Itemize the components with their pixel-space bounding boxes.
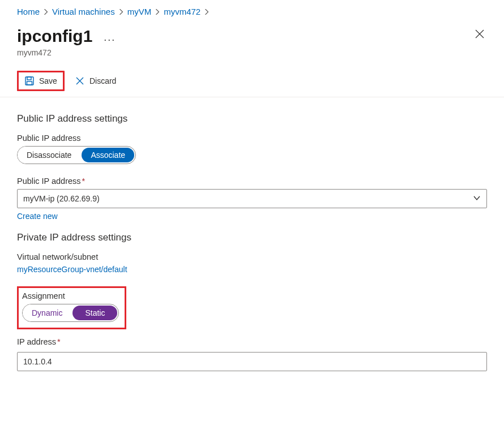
assignment-dynamic-option[interactable]: Dynamic	[23, 304, 71, 321]
page-title: ipconfig1	[17, 27, 92, 46]
ip-address-input[interactable]	[17, 352, 487, 371]
assignment-highlight: Assignment Dynamic Static	[17, 286, 126, 329]
assignment-label: Assignment	[22, 291, 119, 300]
vnet-subnet-link[interactable]: myResourceGroup-vnet/default	[17, 265, 127, 274]
discard-button[interactable]: Discard	[69, 72, 122, 89]
required-indicator: *	[57, 337, 61, 346]
save-icon	[24, 76, 35, 86]
required-indicator: *	[82, 177, 86, 186]
public-ip-section-heading: Public IP address settings	[17, 113, 487, 124]
vnet-subnet-label: Virtual network/subnet	[17, 252, 487, 261]
chevron-right-icon	[155, 9, 160, 15]
public-ip-toggle[interactable]: Disassociate Associate	[17, 146, 136, 164]
chevron-down-icon	[473, 194, 481, 204]
save-button-label: Save	[39, 76, 57, 85]
public-ip-select-label: Public IP address*	[17, 177, 487, 186]
public-ip-select[interactable]: myVM-ip (20.62.69.9)	[17, 189, 487, 208]
private-ip-section-heading: Private IP address settings	[17, 232, 487, 243]
breadcrumb: Home Virtual machines myVM myvm472	[17, 7, 487, 16]
chevron-right-icon	[118, 9, 124, 15]
breadcrumb-virtual-machines[interactable]: Virtual machines	[52, 7, 115, 16]
public-ip-disassociate-option[interactable]: Disassociate	[18, 147, 80, 164]
chevron-right-icon	[43, 9, 49, 15]
page-subtitle: myvm472	[17, 48, 116, 57]
svg-rect-2	[27, 81, 32, 85]
assignment-toggle[interactable]: Dynamic Static	[22, 304, 119, 322]
close-button[interactable]	[472, 27, 487, 41]
assignment-static-option[interactable]: Static	[72, 306, 117, 320]
discard-icon	[75, 76, 85, 86]
chevron-right-icon	[204, 9, 210, 15]
breadcrumb-home[interactable]: Home	[17, 7, 40, 16]
create-new-link[interactable]: Create new	[17, 212, 58, 221]
more-actions-button[interactable]: ···	[104, 34, 116, 46]
ip-address-label: IP address*	[17, 337, 487, 346]
breadcrumb-myvm[interactable]: myVM	[127, 7, 152, 16]
public-ip-associate-option[interactable]: Associate	[82, 148, 134, 162]
discard-button-label: Discard	[89, 76, 116, 85]
public-ip-toggle-label: Public IP address	[17, 134, 487, 143]
toolbar: Save Discard	[0, 71, 504, 97]
close-icon	[475, 29, 485, 39]
svg-rect-1	[27, 77, 31, 80]
save-button[interactable]: Save	[17, 71, 65, 91]
breadcrumb-myvm472[interactable]: myvm472	[164, 7, 200, 16]
public-ip-select-value: myVM-ip (20.62.69.9)	[23, 194, 100, 203]
